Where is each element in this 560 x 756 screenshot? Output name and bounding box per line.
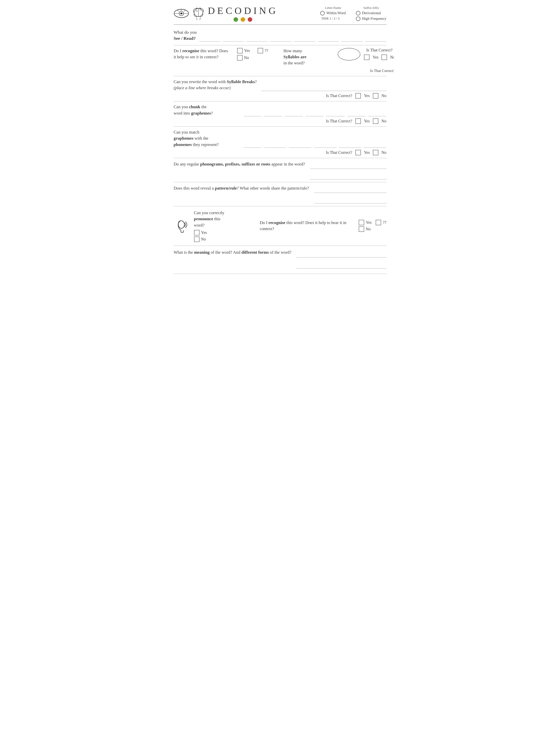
match-graphemes-no-checkbox[interactable] <box>373 150 378 155</box>
match-grapheme-line-6[interactable] <box>364 142 386 148</box>
chunk-grapheme-line-1[interactable] <box>244 111 261 116</box>
match-graphemes-yes-checkbox[interactable] <box>355 150 361 155</box>
match-grapheme-line-2[interactable] <box>264 142 286 148</box>
see-read-input-2[interactable] <box>223 36 244 42</box>
pattern-rule-question: Does this word reveal a pattern/rule? Wh… <box>174 185 309 191</box>
recognise-no-label: No <box>244 56 249 60</box>
chunk-graphemes-no-checkbox[interactable] <box>373 118 378 124</box>
match-grapheme-line-4[interactable] <box>314 142 336 148</box>
chunk-grapheme-line-2[interactable] <box>264 111 282 116</box>
pronounce-yes-checkbox[interactable] <box>194 230 200 235</box>
page-title: DECODING <box>208 5 278 16</box>
phonograms-lines <box>310 161 386 179</box>
recognise-maybe-checkbox[interactable] <box>258 48 263 54</box>
divider-4 <box>174 127 386 127</box>
meaning-row: What is the meaning of the word? And dif… <box>174 249 386 269</box>
chunk-graphemes-yes-checkbox[interactable] <box>355 118 361 124</box>
svg-line-10 <box>200 18 200 20</box>
svg-line-9 <box>196 18 197 20</box>
pattern-rule-lines <box>314 185 386 203</box>
see-read-input-1[interactable] <box>199 36 220 42</box>
recognise2-no-label: No <box>366 227 371 231</box>
syllable-breaks-top: Can you rewrite the word with Syllable B… <box>174 79 386 91</box>
see-read-input-5[interactable] <box>294 36 315 42</box>
syllable-breaks-no-checkbox[interactable] <box>373 93 378 99</box>
is-correct-inline-label: Is That Correct? <box>370 69 394 73</box>
pattern-rule-section: Does this word reveal a pattern/rule? Wh… <box>174 185 386 203</box>
recognise2-maybe-row: ?? <box>376 220 386 225</box>
syllables-no-checkbox[interactable] <box>381 55 387 60</box>
svg-point-3 <box>180 13 182 15</box>
chunk-grapheme-line-7[interactable] <box>368 111 386 116</box>
meaning-input-2[interactable] <box>296 263 386 269</box>
syllable-count-oval[interactable] <box>338 48 360 61</box>
syllables-yes-checkbox[interactable] <box>364 55 369 60</box>
chunk-grapheme-line-6[interactable] <box>347 111 365 116</box>
meaning-section: What is the meaning of the word? And dif… <box>174 249 386 269</box>
pronounce-no-checkbox[interactable] <box>194 236 200 242</box>
high-frequency-radio[interactable]: High Frequency <box>356 17 386 21</box>
syllable-breaks-yes-checkbox[interactable] <box>355 93 361 99</box>
see-read-input-3[interactable] <box>247 36 268 42</box>
within-word-radio[interactable]: Within Word <box>320 11 346 16</box>
speak-icon <box>174 218 189 233</box>
dots-row <box>234 17 252 22</box>
match-grapheme-line-3[interactable] <box>289 142 311 148</box>
recognise-text: Do I recognise this word? Does it help t… <box>174 48 229 60</box>
match-graphemes-yes-label: Yes <box>364 150 370 155</box>
recognise-syllables-row: Do I recognise this word? Does it help t… <box>174 48 386 73</box>
see-read-input-4[interactable] <box>270 36 292 42</box>
syllable-breaks-input[interactable] <box>261 85 386 91</box>
syllables-question: How manySyllables arein the word? <box>283 48 334 66</box>
recognise2-maybe-col: ?? <box>376 220 386 225</box>
meaning-lines <box>296 249 386 269</box>
derivational-radio[interactable]: Derivational <box>356 11 386 16</box>
tier-label: TIER 1 / 2 / 3 <box>320 17 346 21</box>
dot-green <box>234 17 238 22</box>
meaning-input-1[interactable] <box>296 252 386 257</box>
divider-1 <box>174 45 386 45</box>
phonograms-input-2[interactable] <box>310 174 386 179</box>
page-header: DECODING Letter-Name Within Word TIER 1 … <box>174 5 386 25</box>
syllable-breaks-lines <box>261 85 386 91</box>
see-read-input-6[interactable] <box>318 36 339 42</box>
recognise2-no-checkbox[interactable] <box>359 226 364 232</box>
recognise2-yes-checkbox[interactable] <box>359 220 364 225</box>
recognise-maybe-col: ?? <box>258 48 268 54</box>
divider-2 <box>174 76 386 76</box>
chunk-grapheme-line-3[interactable] <box>285 111 303 116</box>
radio-high-freq[interactable] <box>356 17 360 21</box>
recognise2-question: Do I recognise this word? Does it help t… <box>260 220 355 232</box>
radio-within-word[interactable] <box>320 11 325 16</box>
meaning-question: What is the meaning of the word? And dif… <box>174 249 292 255</box>
syllables-is-correct-label: Is That Correct? <box>366 48 393 53</box>
pronounce-yes-row: Yes <box>194 230 245 235</box>
recognise-yes-checkbox[interactable] <box>237 48 243 54</box>
syllable-breaks-section: Can you rewrite the word with Syllable B… <box>174 79 386 99</box>
column-right: Suffix/Affix Derivational High Frequency <box>356 6 386 21</box>
recognise-maybe-row: ?? <box>258 48 268 54</box>
pattern-rule-input-2[interactable] <box>314 198 386 203</box>
syllables-block: How manySyllables arein the word? Is Tha… <box>276 48 394 73</box>
dot-red <box>248 17 252 22</box>
see-read-input-7[interactable] <box>341 36 363 42</box>
see-read-input-8[interactable] <box>365 36 386 42</box>
recognise-no-checkbox[interactable] <box>237 55 243 61</box>
match-graphemes-no-label: No <box>381 150 386 155</box>
match-graphemes-question: Can you matchgraphemes with thephonemes … <box>174 129 240 148</box>
recognise2-checkboxes: Yes No <box>359 220 372 232</box>
match-graphemes-lines <box>244 142 386 148</box>
chunk-graphemes-section: Can you chunk theword into graphemes? Is… <box>174 104 386 124</box>
divider-3 <box>174 101 386 101</box>
match-grapheme-line-1[interactable] <box>244 142 261 148</box>
recognise2-maybe-checkbox[interactable] <box>376 220 381 225</box>
see-read-section: What do you See / Read? <box>174 30 386 42</box>
chunk-grapheme-line-4[interactable] <box>305 111 324 116</box>
phonograms-input-1[interactable] <box>310 163 386 169</box>
match-grapheme-line-5[interactable] <box>339 142 361 148</box>
radio-derivational[interactable] <box>356 11 360 16</box>
syllables-top: How manySyllables arein the word? Is Tha… <box>283 48 394 66</box>
syllables-correct-inline: Is That Correct? <box>283 69 394 73</box>
chunk-grapheme-line-5[interactable] <box>326 111 344 116</box>
pattern-rule-input-1[interactable] <box>314 187 386 193</box>
